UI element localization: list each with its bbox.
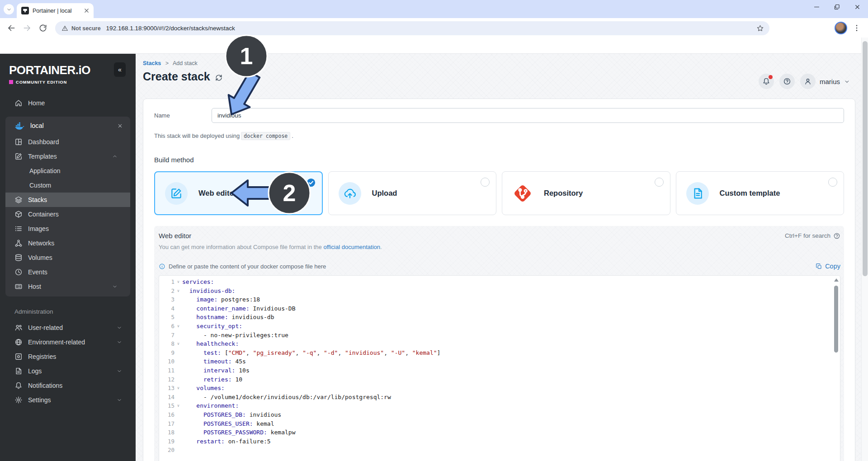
page-scrollbar[interactable] — [861, 38, 868, 461]
tab-search-button[interactable] — [4, 4, 14, 14]
refresh-icon[interactable] — [215, 74, 223, 82]
fold-arrow-icon[interactable]: ∨ — [175, 401, 182, 410]
copy-button[interactable]: Copy — [816, 263, 840, 270]
code-line[interactable]: 20 — [159, 446, 840, 455]
method-label: Custom template — [720, 189, 780, 198]
sidebar-item-host[interactable]: Host — [5, 279, 130, 294]
sidebar-item-user-related[interactable]: User-related — [0, 320, 136, 335]
deploy-info: This stack will be deployed usingdocker … — [154, 132, 844, 139]
notifications-button[interactable] — [759, 74, 774, 89]
fold-arrow-icon[interactable]: ∨ — [175, 278, 182, 287]
environment-close-icon[interactable] — [117, 123, 123, 129]
sidebar-item-logs[interactable]: Logs — [0, 364, 136, 378]
code-line[interactable]: 16 POSTGRES_DB: invidious — [159, 410, 840, 419]
sidebar-item-dashboard[interactable]: Dashboard — [5, 135, 130, 149]
code-line[interactable]: 18 POSTGRES_PASSWORD: kemalpw — [159, 428, 840, 437]
tab-close-icon[interactable] — [83, 7, 90, 14]
code-line[interactable]: 10 timeout: 45s — [159, 357, 840, 366]
sidebar-item-templates[interactable]: Templates — [5, 149, 130, 164]
method-radio[interactable] — [828, 178, 837, 187]
code-line[interactable]: 9 test: ["CMD", "pg_isready", "-q", "-d"… — [159, 348, 840, 358]
method-radio[interactable] — [655, 178, 664, 187]
line-number: 14 — [159, 393, 175, 402]
fold-spacer — [175, 313, 182, 322]
fold-arrow-icon[interactable]: ∨ — [175, 322, 182, 331]
window-minimize-button[interactable] — [813, 4, 820, 10]
back-button[interactable] — [7, 24, 16, 33]
build-method-repository[interactable]: Repository — [502, 171, 670, 215]
sidebar-collapse-button[interactable]: « — [114, 62, 126, 77]
not-secure-warning-icon[interactable] — [61, 25, 68, 32]
window-restore-button[interactable] — [834, 4, 840, 10]
page-scrollbar-thumb[interactable] — [863, 41, 868, 276]
build-method-upload[interactable]: Upload — [328, 171, 497, 215]
sidebar-item-images[interactable]: Images — [5, 221, 130, 236]
reload-button[interactable] — [38, 24, 47, 33]
forward-button[interactable] — [23, 24, 32, 33]
selected-check-icon[interactable] — [307, 178, 316, 187]
line-gutter: 5 — [159, 313, 182, 322]
build-method-web-editor[interactable]: Web editor — [154, 171, 323, 215]
method-icon-bubble — [165, 182, 188, 205]
bookmark-star-icon[interactable] — [756, 24, 764, 32]
help-circle-icon[interactable] — [833, 232, 840, 240]
code-line[interactable]: 13∨ volumes: — [159, 384, 840, 393]
events-icon — [14, 268, 23, 276]
address-bar[interactable]: Not secure 192.168.1.18:9000/#!/2/docker… — [55, 21, 769, 35]
code-line[interactable]: 3 image: postgres:18 — [159, 295, 840, 304]
line-number: 2 — [159, 287, 175, 296]
code-text: POSTGRES_DB: invidious — [182, 410, 281, 419]
fold-arrow-icon[interactable]: ∨ — [175, 384, 182, 393]
code-line[interactable]: 2∨ invidious-db: — [159, 287, 840, 296]
official-documentation-link[interactable]: official documentation — [323, 244, 380, 250]
sidebar-item-label: Registries — [28, 353, 136, 360]
compose-code-editor[interactable]: 1∨services:2∨ invidious-db:3 image: post… — [159, 275, 840, 461]
sidebar-item-settings[interactable]: Settings — [0, 393, 136, 407]
fold-arrow-icon[interactable]: ∨ — [175, 287, 182, 296]
build-method-custom-template[interactable]: Custom template — [676, 171, 844, 215]
sidebar-item-networks[interactable]: Networks — [5, 236, 130, 250]
code-text: retries: 10 — [182, 375, 242, 384]
code-line[interactable]: 11 interval: 10s — [159, 366, 840, 375]
code-line[interactable]: 14 - /volume1/docker/invidious/db:/var/l… — [159, 393, 840, 402]
code-line[interactable]: 1∨services: — [159, 278, 840, 287]
code-line[interactable]: 4 container_name: Invidious-DB — [159, 304, 840, 313]
sidebar-item-volumes[interactable]: Volumes — [5, 250, 130, 265]
browser-menu-icon[interactable] — [853, 24, 861, 33]
code-line[interactable]: 15∨ environment: — [159, 401, 840, 410]
method-radio[interactable] — [481, 178, 490, 187]
stack-name-input[interactable] — [212, 108, 844, 123]
sidebar-item-stacks[interactable]: Stacks — [5, 193, 130, 207]
window-close-button[interactable] — [854, 4, 861, 10]
sidebar-item-home[interactable]: Home — [0, 95, 136, 110]
code-line[interactable]: 6∨ security_opt: — [159, 322, 840, 331]
code-line[interactable]: 17 POSTGRES_USER: kemal — [159, 419, 840, 428]
help-button[interactable] — [779, 74, 795, 89]
code-line[interactable]: 19 restart: on-failure:5 — [159, 437, 840, 446]
browser-profile-avatar[interactable] — [835, 22, 847, 34]
user-menu[interactable]: marius — [800, 74, 850, 89]
line-gutter: 7 — [159, 331, 182, 340]
scrollbar-up-arrow[interactable] — [834, 278, 839, 282]
scrollbar-thumb[interactable] — [834, 286, 838, 353]
code-line[interactable]: 7 - no-new-privileges:true — [159, 331, 840, 340]
sidebar-item-events[interactable]: Events — [5, 265, 130, 279]
images-icon — [14, 225, 23, 233]
environment-header[interactable]: local — [5, 117, 130, 135]
editor-scrollbar[interactable] — [833, 277, 839, 461]
browser-tab[interactable]: Portainer | local — [17, 3, 94, 18]
sidebar-item-environment-related[interactable]: Environment-related — [0, 335, 136, 349]
sidebar-item-notifications[interactable]: Notifications — [0, 378, 136, 393]
code-line[interactable]: 12 retries: 10 — [159, 375, 840, 384]
line-gutter: 14 — [159, 393, 182, 402]
code-line[interactable]: 5 hostname: invidious-db — [159, 313, 840, 322]
breadcrumb-stacks-link[interactable]: Stacks — [143, 60, 161, 66]
sidebar-item-registries[interactable]: Registries — [0, 349, 136, 364]
sidebar-item-application[interactable]: Application — [5, 164, 130, 178]
method-label: Web editor — [198, 189, 237, 198]
sidebar-item-label: Environment-related — [28, 339, 117, 346]
sidebar-item-containers[interactable]: Containers — [5, 207, 130, 221]
fold-arrow-icon[interactable]: ∨ — [175, 339, 182, 348]
sidebar-item-custom[interactable]: Custom — [5, 178, 130, 193]
code-line[interactable]: 8∨ healthcheck: — [159, 339, 840, 348]
